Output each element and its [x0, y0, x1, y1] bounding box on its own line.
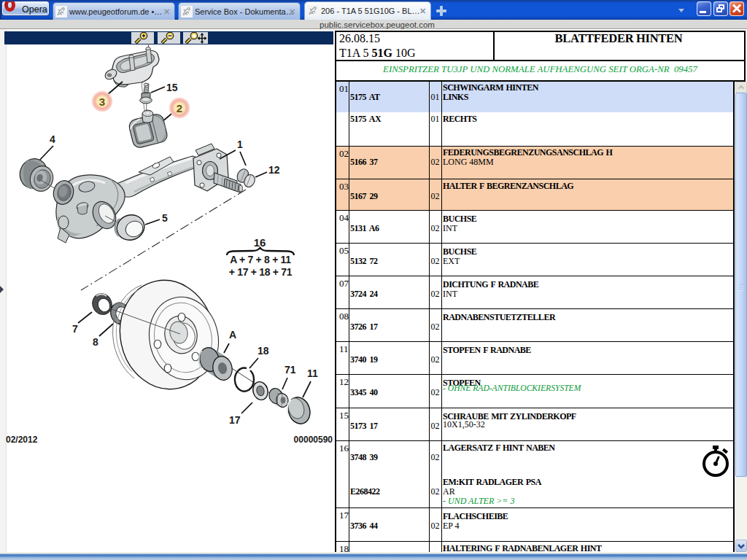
svg-text:8: 8 [93, 336, 98, 348]
svg-text:2: 2 [177, 102, 182, 114]
svg-text:15: 15 [166, 82, 178, 93]
svg-text:1: 1 [237, 139, 243, 150]
svg-text:3: 3 [99, 96, 105, 108]
svg-text:+ 17 + 18 + 71: + 17 + 18 + 71 [229, 266, 293, 278]
svg-text:5: 5 [162, 212, 168, 224]
svg-text:17: 17 [229, 414, 241, 426]
svg-text:71: 71 [285, 364, 296, 376]
svg-text:18: 18 [258, 345, 269, 357]
svg-text:16: 16 [254, 236, 266, 249]
svg-text:02/2012: 02/2012 [6, 435, 38, 445]
svg-text:4: 4 [50, 133, 55, 145]
svg-text:A + 7 + 8 + 11: A + 7 + 8 + 11 [230, 254, 291, 265]
svg-text:11: 11 [307, 368, 318, 379]
svg-text:A: A [229, 329, 236, 341]
svg-text:7: 7 [72, 323, 78, 335]
svg-text:00000590: 00000590 [294, 435, 333, 445]
svg-text:12: 12 [268, 164, 280, 176]
